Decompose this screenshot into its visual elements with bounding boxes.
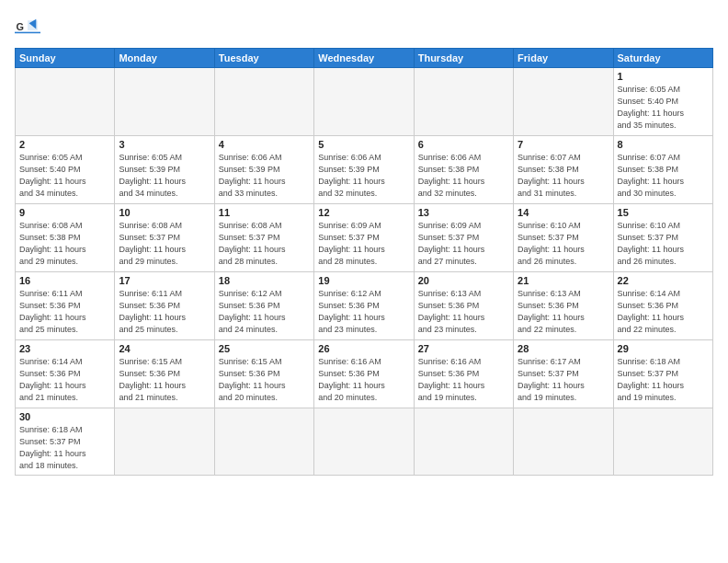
calendar-cell: 17Sunrise: 6:11 AM Sunset: 5:36 PM Dayli… — [115, 272, 214, 340]
day-number: 5 — [318, 139, 409, 150]
day-number: 29 — [618, 343, 709, 354]
calendar-week-5: 30Sunrise: 6:18 AM Sunset: 5:37 PM Dayli… — [16, 408, 713, 476]
col-header-saturday: Saturday — [613, 49, 712, 68]
generalblue-logo-icon: G — [15, 15, 40, 40]
calendar-cell: 16Sunrise: 6:11 AM Sunset: 5:36 PM Dayli… — [16, 272, 115, 340]
day-info: Sunrise: 6:08 AM Sunset: 5:38 PM Dayligh… — [19, 220, 110, 268]
calendar-cell: 27Sunrise: 6:16 AM Sunset: 5:36 PM Dayli… — [414, 340, 513, 408]
day-number: 30 — [19, 411, 110, 422]
day-number: 12 — [318, 207, 409, 218]
calendar-cell: 30Sunrise: 6:18 AM Sunset: 5:37 PM Dayli… — [16, 408, 115, 476]
day-info: Sunrise: 6:14 AM Sunset: 5:36 PM Dayligh… — [618, 288, 709, 336]
day-number: 20 — [418, 275, 509, 286]
day-number: 2 — [19, 139, 110, 150]
calendar-header-row: SundayMondayTuesdayWednesdayThursdayFrid… — [16, 49, 713, 68]
calendar-cell — [314, 68, 414, 136]
day-number: 16 — [19, 275, 110, 286]
day-info: Sunrise: 6:16 AM Sunset: 5:36 PM Dayligh… — [418, 356, 509, 404]
day-info: Sunrise: 6:05 AM Sunset: 5:39 PM Dayligh… — [119, 152, 210, 200]
day-info: Sunrise: 6:13 AM Sunset: 5:36 PM Dayligh… — [518, 288, 609, 336]
calendar-cell: 9Sunrise: 6:08 AM Sunset: 5:38 PM Daylig… — [16, 204, 115, 272]
day-info: Sunrise: 6:09 AM Sunset: 5:37 PM Dayligh… — [318, 220, 409, 268]
day-info: Sunrise: 6:08 AM Sunset: 5:37 PM Dayligh… — [119, 220, 210, 268]
day-info: Sunrise: 6:10 AM Sunset: 5:37 PM Dayligh… — [618, 220, 709, 268]
calendar-cell: 15Sunrise: 6:10 AM Sunset: 5:37 PM Dayli… — [613, 204, 712, 272]
day-info: Sunrise: 6:18 AM Sunset: 5:37 PM Dayligh… — [618, 356, 709, 404]
svg-rect-4 — [15, 32, 40, 34]
day-info: Sunrise: 6:15 AM Sunset: 5:36 PM Dayligh… — [219, 356, 310, 404]
page: G SundayMondayTuesdayWednesdayThursdayFr… — [0, 0, 728, 563]
col-header-friday: Friday — [514, 49, 613, 68]
day-number: 27 — [418, 343, 509, 354]
calendar-week-3: 16Sunrise: 6:11 AM Sunset: 5:36 PM Dayli… — [16, 272, 713, 340]
day-info: Sunrise: 6:18 AM Sunset: 5:37 PM Dayligh… — [19, 424, 110, 472]
day-number: 23 — [19, 343, 110, 354]
day-info: Sunrise: 6:10 AM Sunset: 5:37 PM Dayligh… — [518, 220, 609, 268]
day-number: 9 — [19, 207, 110, 218]
day-info: Sunrise: 6:13 AM Sunset: 5:36 PM Dayligh… — [418, 288, 509, 336]
calendar-cell: 6Sunrise: 6:06 AM Sunset: 5:38 PM Daylig… — [414, 136, 513, 204]
calendar-cell — [613, 408, 712, 476]
day-number: 15 — [618, 207, 709, 218]
header: G — [15, 15, 713, 40]
calendar-week-0: 1Sunrise: 6:05 AM Sunset: 5:40 PM Daylig… — [16, 68, 713, 136]
day-number: 18 — [219, 275, 310, 286]
calendar-cell — [414, 68, 513, 136]
calendar-cell: 20Sunrise: 6:13 AM Sunset: 5:36 PM Dayli… — [414, 272, 513, 340]
calendar-cell: 2Sunrise: 6:05 AM Sunset: 5:40 PM Daylig… — [16, 136, 115, 204]
logo: G — [15, 15, 44, 40]
calendar-cell: 29Sunrise: 6:18 AM Sunset: 5:37 PM Dayli… — [613, 340, 712, 408]
calendar-cell: 1Sunrise: 6:05 AM Sunset: 5:40 PM Daylig… — [613, 68, 712, 136]
day-number: 26 — [318, 343, 409, 354]
calendar-cell: 24Sunrise: 6:15 AM Sunset: 5:36 PM Dayli… — [115, 340, 214, 408]
calendar-cell — [514, 408, 613, 476]
day-info: Sunrise: 6:12 AM Sunset: 5:36 PM Dayligh… — [318, 288, 409, 336]
day-info: Sunrise: 6:05 AM Sunset: 5:40 PM Dayligh… — [19, 152, 110, 200]
svg-text:G: G — [17, 21, 24, 32]
calendar-cell: 23Sunrise: 6:14 AM Sunset: 5:36 PM Dayli… — [16, 340, 115, 408]
day-info: Sunrise: 6:06 AM Sunset: 5:38 PM Dayligh… — [418, 152, 509, 200]
calendar-cell: 13Sunrise: 6:09 AM Sunset: 5:37 PM Dayli… — [414, 204, 513, 272]
calendar-cell: 25Sunrise: 6:15 AM Sunset: 5:36 PM Dayli… — [214, 340, 313, 408]
calendar-cell: 28Sunrise: 6:17 AM Sunset: 5:37 PM Dayli… — [514, 340, 613, 408]
day-number: 28 — [518, 343, 609, 354]
day-number: 10 — [119, 207, 210, 218]
calendar-cell — [414, 408, 513, 476]
calendar-cell: 11Sunrise: 6:08 AM Sunset: 5:37 PM Dayli… — [214, 204, 313, 272]
day-info: Sunrise: 6:11 AM Sunset: 5:36 PM Dayligh… — [119, 288, 210, 336]
calendar-cell: 19Sunrise: 6:12 AM Sunset: 5:36 PM Dayli… — [314, 272, 414, 340]
col-header-tuesday: Tuesday — [214, 49, 313, 68]
day-info: Sunrise: 6:15 AM Sunset: 5:36 PM Dayligh… — [119, 356, 210, 404]
calendar-cell: 12Sunrise: 6:09 AM Sunset: 5:37 PM Dayli… — [314, 204, 414, 272]
day-number: 25 — [219, 343, 310, 354]
day-info: Sunrise: 6:07 AM Sunset: 5:38 PM Dayligh… — [618, 152, 709, 200]
calendar-cell: 3Sunrise: 6:05 AM Sunset: 5:39 PM Daylig… — [115, 136, 214, 204]
calendar-cell: 4Sunrise: 6:06 AM Sunset: 5:39 PM Daylig… — [214, 136, 313, 204]
calendar-week-1: 2Sunrise: 6:05 AM Sunset: 5:40 PM Daylig… — [16, 136, 713, 204]
day-number: 24 — [119, 343, 210, 354]
col-header-monday: Monday — [115, 49, 214, 68]
day-info: Sunrise: 6:06 AM Sunset: 5:39 PM Dayligh… — [318, 152, 409, 200]
day-info: Sunrise: 6:11 AM Sunset: 5:36 PM Dayligh… — [19, 288, 110, 336]
day-number: 11 — [219, 207, 310, 218]
calendar-cell — [115, 408, 214, 476]
calendar-cell: 5Sunrise: 6:06 AM Sunset: 5:39 PM Daylig… — [314, 136, 414, 204]
day-number: 6 — [418, 139, 509, 150]
day-number: 8 — [618, 139, 709, 150]
day-number: 21 — [518, 275, 609, 286]
calendar-cell: 21Sunrise: 6:13 AM Sunset: 5:36 PM Dayli… — [514, 272, 613, 340]
day-number: 14 — [518, 207, 609, 218]
day-info: Sunrise: 6:17 AM Sunset: 5:37 PM Dayligh… — [518, 356, 609, 404]
calendar-cell: 14Sunrise: 6:10 AM Sunset: 5:37 PM Dayli… — [514, 204, 613, 272]
col-header-wednesday: Wednesday — [314, 49, 414, 68]
day-info: Sunrise: 6:05 AM Sunset: 5:40 PM Dayligh… — [618, 84, 709, 132]
day-number: 13 — [418, 207, 509, 218]
calendar-cell: 7Sunrise: 6:07 AM Sunset: 5:38 PM Daylig… — [514, 136, 613, 204]
calendar-cell — [314, 408, 414, 476]
calendar-cell — [214, 408, 313, 476]
day-number: 7 — [518, 139, 609, 150]
day-number: 22 — [618, 275, 709, 286]
calendar-cell — [214, 68, 313, 136]
day-info: Sunrise: 6:14 AM Sunset: 5:36 PM Dayligh… — [19, 356, 110, 404]
day-info: Sunrise: 6:08 AM Sunset: 5:37 PM Dayligh… — [219, 220, 310, 268]
